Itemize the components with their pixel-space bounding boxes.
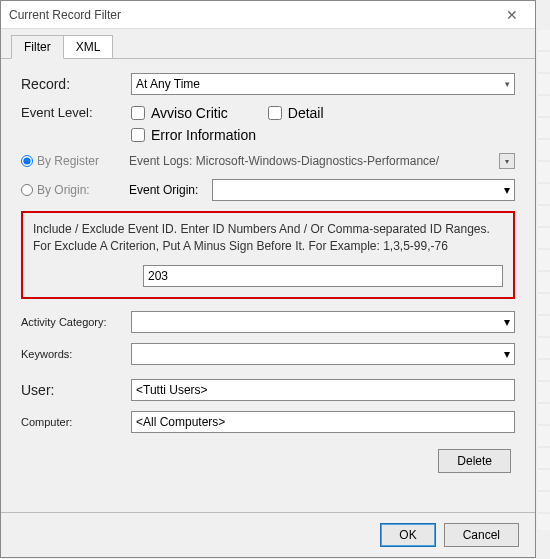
- activity-combo[interactable]: ▾: [131, 311, 515, 333]
- tab-strip: Filter XML: [1, 29, 535, 59]
- event-id-description: Include / Exclude Event ID. Enter ID Num…: [33, 221, 503, 255]
- computer-label: Computer:: [21, 416, 131, 428]
- checkbox-critical-input[interactable]: [131, 106, 145, 120]
- checkbox-error-label: Error Information: [151, 127, 256, 143]
- event-id-box: Include / Exclude Event ID. Enter ID Num…: [21, 211, 515, 299]
- radio-by-register[interactable]: By Register: [21, 154, 121, 168]
- record-select[interactable]: At Any Time ▾: [131, 73, 515, 95]
- filter-dialog: Current Record Filter ✕ Filter XML Recor…: [0, 0, 536, 558]
- checkbox-error[interactable]: Error Information: [131, 127, 515, 143]
- activity-label: Activity Category:: [21, 316, 131, 328]
- keywords-combo[interactable]: ▾: [131, 343, 515, 365]
- chevron-down-icon: ▾: [505, 79, 510, 89]
- tab-filter[interactable]: Filter: [11, 35, 64, 59]
- event-level-checkboxes: Avviso Critic Detail Error Information: [131, 105, 515, 143]
- event-logs-dropdown[interactable]: ▾: [499, 153, 515, 169]
- delete-button[interactable]: Delete: [438, 449, 511, 473]
- checkbox-critical-label: Avviso Critic: [151, 105, 228, 121]
- event-id-input[interactable]: [143, 265, 503, 287]
- radio-by-register-label: By Register: [37, 154, 99, 168]
- chevron-down-icon: ▾: [504, 183, 510, 197]
- radio-by-origin-input[interactable]: [21, 184, 33, 196]
- checkbox-detail-label: Detail: [288, 105, 324, 121]
- event-logs-value: Microsoft-Windows-Diagnostics-Performanc…: [196, 154, 439, 168]
- dialog-footer: OK Cancel: [1, 512, 535, 557]
- computer-input[interactable]: [131, 411, 515, 433]
- event-logs-label: Event Logs:: [129, 154, 192, 168]
- close-icon[interactable]: ✕: [497, 7, 527, 23]
- ok-button[interactable]: OK: [380, 523, 435, 547]
- radio-by-register-input[interactable]: [21, 155, 33, 167]
- radio-by-origin[interactable]: By Origin:: [21, 183, 121, 197]
- event-origin-combo[interactable]: ▾: [212, 179, 515, 201]
- cancel-button[interactable]: Cancel: [444, 523, 519, 547]
- chevron-down-icon: ▾: [504, 347, 510, 361]
- checkbox-detail-input[interactable]: [268, 106, 282, 120]
- chevron-down-icon: ▾: [504, 315, 510, 329]
- event-logs-field: Event Logs: Microsoft-Windows-Diagnostic…: [129, 153, 515, 169]
- window-title: Current Record Filter: [9, 8, 121, 22]
- record-value: At Any Time: [136, 77, 200, 91]
- checkbox-critical[interactable]: Avviso Critic: [131, 105, 228, 121]
- event-origin-label: Event Origin:: [129, 183, 198, 197]
- background-fragment: [538, 30, 550, 530]
- keywords-label: Keywords:: [21, 348, 131, 360]
- radio-by-origin-label: By Origin:: [37, 183, 90, 197]
- event-level-label: Event Level:: [21, 105, 131, 120]
- content: Record: At Any Time ▾ Event Level: Avvis…: [1, 59, 535, 493]
- checkbox-detail[interactable]: Detail: [268, 105, 324, 121]
- checkbox-error-input[interactable]: [131, 128, 145, 142]
- user-label: User:: [21, 382, 131, 398]
- record-label: Record:: [21, 76, 131, 92]
- titlebar: Current Record Filter ✕: [1, 1, 535, 29]
- user-input[interactable]: [131, 379, 515, 401]
- tab-xml[interactable]: XML: [63, 35, 114, 58]
